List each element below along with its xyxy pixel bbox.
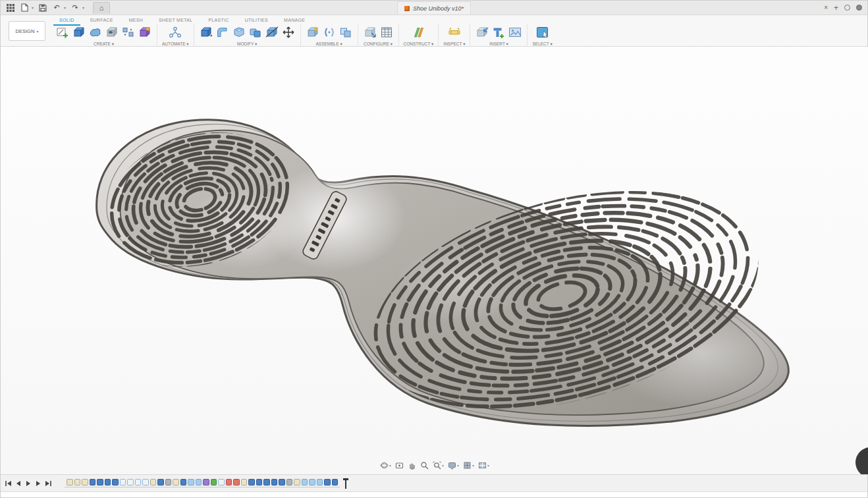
configuration-table-icon[interactable] — [379, 26, 394, 39]
home-tab[interactable]: ⌂ — [93, 2, 110, 14]
group-label-assemble[interactable]: ASSEMBLE ▾ — [316, 42, 342, 47]
timeline-feature-sketch[interactable] — [82, 479, 88, 485]
hole-icon[interactable] — [105, 26, 119, 39]
group-label-select[interactable]: SELECT ▾ — [532, 42, 552, 47]
select-icon[interactable] — [535, 26, 550, 39]
timeline-feature-extrude[interactable] — [271, 479, 278, 485]
viewports-caret[interactable]: ▾ — [487, 463, 489, 468]
automate-icon[interactable] — [168, 26, 182, 39]
press-pull-icon[interactable] — [199, 26, 213, 39]
timeline-feature-fillet[interactable] — [309, 479, 315, 485]
new-tab-icon[interactable]: + — [834, 3, 838, 13]
timeline-feature-extrude[interactable] — [157, 479, 164, 485]
timeline-feature-extrude[interactable] — [279, 479, 285, 485]
undo-icon[interactable]: ↶ — [52, 3, 61, 13]
timeline-feature-sketch[interactable] — [241, 479, 248, 485]
form-icon[interactable] — [138, 26, 152, 39]
previous-icon[interactable] — [15, 480, 22, 487]
fit-caret[interactable]: ▾ — [442, 463, 444, 468]
timeline-playhead[interactable] — [342, 478, 349, 489]
save-icon[interactable] — [38, 3, 47, 13]
timeline-feature-arrow[interactable] — [226, 479, 232, 485]
timeline-feature-pattern[interactable] — [165, 479, 172, 485]
create-sketch-icon[interactable] — [55, 26, 70, 39]
timeline-feature-fillet[interactable] — [196, 479, 202, 485]
timeline-feature-extrude[interactable] — [324, 479, 331, 485]
timeline-feature-doc[interactable] — [135, 479, 142, 485]
timeline-feature-fillet[interactable] — [188, 479, 194, 485]
timeline-feature-sketch[interactable] — [67, 479, 73, 485]
timeline-feature-sketch[interactable] — [173, 479, 179, 485]
play-icon[interactable] — [25, 480, 32, 487]
zoom-icon[interactable] — [420, 461, 429, 470]
timeline-feature-extrude[interactable] — [90, 479, 96, 485]
viewport[interactable]: ▾▾▾▾▾ — [1, 47, 868, 474]
close-tab-icon[interactable]: × — [824, 4, 828, 11]
job-status-icon[interactable] — [844, 5, 850, 11]
timeline-feature-doc[interactable] — [120, 479, 126, 485]
group-label-construct[interactable]: CONSTRUCT ▾ — [404, 42, 434, 47]
rigid-group-icon[interactable] — [339, 26, 353, 39]
group-label-configure[interactable]: CONFIGURE ▾ — [364, 42, 393, 47]
display-settings-icon[interactable]: ▾ — [448, 461, 459, 470]
new-component-icon[interactable] — [306, 26, 320, 39]
timeline-feature-extrude[interactable] — [105, 479, 111, 485]
timeline-feature-extrude[interactable] — [332, 479, 339, 485]
timeline-feature-extrude[interactable] — [97, 479, 103, 485]
configure-icon[interactable] — [363, 26, 377, 39]
shoe-sole-model[interactable] — [1, 47, 868, 474]
grid-snaps-icon[interactable]: ▾ — [463, 461, 474, 470]
extrude-icon[interactable] — [72, 26, 86, 39]
timeline-feature-fillet[interactable] — [317, 479, 323, 485]
move-icon[interactable] — [281, 26, 296, 39]
sweep-icon[interactable] — [88, 26, 103, 39]
redo-caret[interactable]: ▾ — [82, 5, 84, 10]
measure-icon[interactable] — [447, 26, 462, 39]
undo-caret[interactable]: ▾ — [64, 5, 66, 10]
group-label-create[interactable]: CREATE ▾ — [94, 42, 114, 47]
insert-derive-icon[interactable] — [491, 26, 506, 39]
timeline-feature-sketch[interactable] — [74, 479, 81, 485]
timeline-feature-fillet[interactable] — [302, 479, 308, 485]
timeline-feature-extrude[interactable] — [112, 479, 119, 485]
group-label-automate[interactable]: AUTOMATE ▾ — [162, 42, 189, 47]
fit-icon[interactable]: ▾ — [433, 461, 444, 470]
construction-plane-icon[interactable] — [411, 26, 425, 39]
file-menu-caret[interactable]: ▾ — [32, 5, 34, 10]
go-to-end-icon[interactable] — [45, 480, 51, 487]
group-label-insert[interactable]: INSERT ▾ — [489, 42, 508, 47]
data-panel-icon[interactable] — [6, 3, 15, 13]
timeline-feature-doc[interactable] — [142, 479, 149, 485]
timeline-feature-form[interactable] — [203, 479, 209, 485]
timeline-feature-doc[interactable] — [127, 479, 134, 485]
next-icon[interactable] — [35, 480, 41, 487]
look-at-icon[interactable] — [395, 461, 404, 470]
joint-icon[interactable] — [322, 26, 337, 39]
pan-icon[interactable] — [408, 461, 416, 470]
timeline-feature-doc[interactable] — [218, 479, 225, 485]
timeline-feature-extrude[interactable] — [180, 479, 187, 485]
display-settings-caret[interactable]: ▾ — [457, 463, 459, 468]
profile-icon[interactable] — [856, 5, 862, 11]
canvas-icon[interactable] — [508, 26, 522, 39]
shell-icon[interactable] — [232, 26, 246, 39]
pattern-icon[interactable] — [121, 26, 136, 39]
timeline-feature-extrude[interactable] — [248, 479, 255, 485]
go-to-start-icon[interactable] — [5, 480, 12, 487]
file-menu-icon[interactable] — [20, 3, 29, 13]
orbit-icon[interactable]: ▾ — [380, 461, 391, 470]
timeline-feature-check[interactable] — [211, 479, 217, 485]
grid-snaps-caret[interactable]: ▾ — [472, 463, 474, 468]
group-label-modify[interactable]: MODIFY ▾ — [237, 42, 257, 47]
workspace-selector[interactable]: DESIGN ▾ — [9, 21, 45, 41]
orbit-caret[interactable]: ▾ — [389, 463, 391, 468]
redo-icon[interactable]: ↷ — [70, 3, 80, 13]
combine-icon[interactable] — [248, 26, 263, 39]
document-tab[interactable]: Shoe Unibody v10* — [397, 1, 471, 14]
split-body-icon[interactable] — [265, 26, 279, 39]
timeline-feature-pattern[interactable] — [286, 479, 293, 485]
insert-mesh-icon[interactable] — [475, 26, 489, 39]
timeline-feature-arrow[interactable] — [233, 479, 240, 485]
group-label-inspect[interactable]: INSPECT ▾ — [443, 42, 465, 47]
fillet-icon[interactable] — [215, 26, 230, 39]
